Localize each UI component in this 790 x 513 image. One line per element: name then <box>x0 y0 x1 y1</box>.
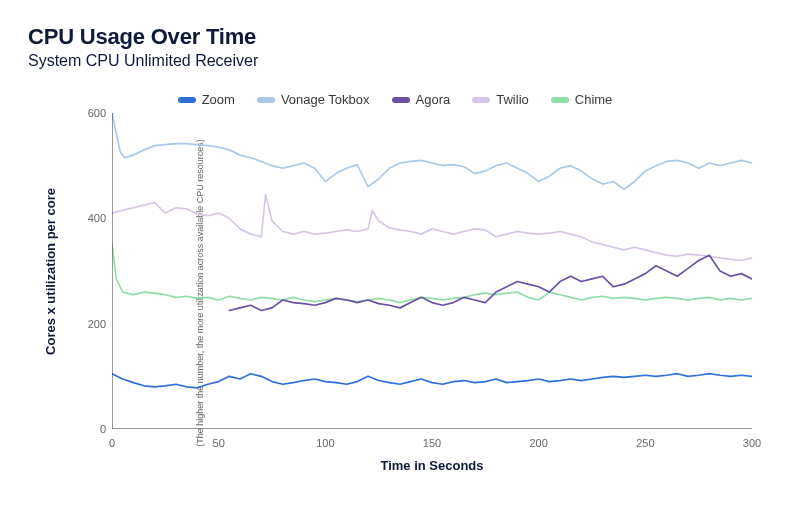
legend-swatch <box>392 97 410 103</box>
legend-swatch <box>551 97 569 103</box>
page-subtitle: System CPU Unlimited Receiver <box>28 52 762 70</box>
legend-item-chime: Chime <box>551 92 613 107</box>
legend-label: Chime <box>575 92 613 107</box>
y-ticks: 0200400600 <box>76 113 110 429</box>
x-tick: 50 <box>213 437 225 449</box>
x-tick: 200 <box>529 437 547 449</box>
legend-label: Zoom <box>202 92 235 107</box>
x-tick: 0 <box>109 437 115 449</box>
x-tick: 150 <box>423 437 441 449</box>
legend-label: Twilio <box>496 92 529 107</box>
x-ticks: 050100150200250300 <box>112 437 752 451</box>
y-tick: 200 <box>88 318 106 330</box>
x-axis-label: Time in Seconds <box>112 458 752 473</box>
legend: ZoomVonage TokboxAgoraTwilioChime <box>28 92 762 107</box>
x-tick: 300 <box>743 437 761 449</box>
x-tick: 100 <box>316 437 334 449</box>
chart-svg <box>112 113 752 429</box>
plot-area <box>112 113 752 429</box>
legend-item-agora: Agora <box>392 92 451 107</box>
series-vonage-tokbox <box>112 113 752 189</box>
y-tick: 400 <box>88 212 106 224</box>
y-tick: 0 <box>100 423 106 435</box>
legend-item-vonage-tokbox: Vonage Tokbox <box>257 92 370 107</box>
legend-label: Vonage Tokbox <box>281 92 370 107</box>
legend-item-zoom: Zoom <box>178 92 235 107</box>
legend-swatch <box>257 97 275 103</box>
y-axis-label: Cores x utilization per core <box>43 188 58 355</box>
x-tick: 250 <box>636 437 654 449</box>
chart: Cores x utilization per core (The higher… <box>28 113 762 473</box>
series-zoom <box>112 374 752 388</box>
legend-swatch <box>178 97 196 103</box>
page-title: CPU Usage Over Time <box>28 24 762 50</box>
legend-swatch <box>472 97 490 103</box>
legend-label: Agora <box>416 92 451 107</box>
series-agora <box>229 255 752 310</box>
y-tick: 600 <box>88 107 106 119</box>
series-twilio <box>112 195 752 261</box>
legend-item-twilio: Twilio <box>472 92 529 107</box>
